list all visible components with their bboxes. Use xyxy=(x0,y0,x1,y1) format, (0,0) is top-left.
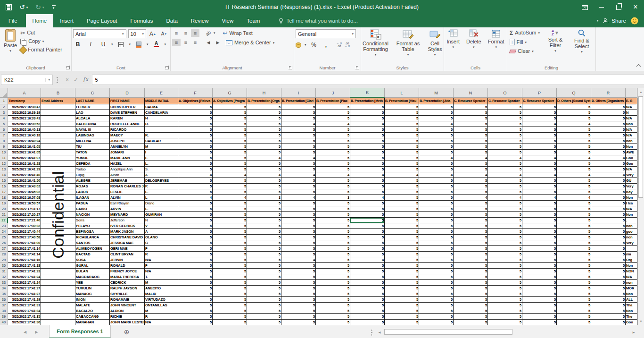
cell-H39[interactable]: 5 xyxy=(247,314,281,320)
cell-I26[interactable]: 5 xyxy=(281,240,316,246)
cell-K10[interactable]: 5 xyxy=(350,150,385,155)
cell-P8[interactable]: 5 xyxy=(522,138,557,144)
cell-K28[interactable]: 5 xyxy=(350,252,385,257)
comma-style-button[interactable]: , xyxy=(322,41,331,49)
cell-N12[interactable]: 5 xyxy=(454,161,488,167)
cell-H18[interactable]: 3 xyxy=(247,195,281,201)
new-sheet-button[interactable]: ⊕ xyxy=(124,328,130,336)
cell-O32[interactable]: 5 xyxy=(488,274,522,280)
cell-N32[interactable]: 5 xyxy=(454,274,488,280)
cell-C25[interactable]: RICABLANCA xyxy=(75,235,110,240)
cell-K36[interactable]: 5 xyxy=(350,297,385,303)
cell-E36[interactable]: VIRTUDAZO xyxy=(145,297,178,303)
cell-Q33[interactable]: 5 xyxy=(557,280,591,286)
row-header-28[interactable]: 28 xyxy=(0,252,8,257)
cell-P4[interactable]: 5 xyxy=(522,116,557,121)
cell-A20[interactable]: 5/25/2022 17:11:17 xyxy=(8,206,41,212)
cell-H11[interactable]: 4 xyxy=(247,155,281,161)
cell-E2[interactable]: CALMA xyxy=(145,104,178,110)
font-dialog-launcher[interactable] xyxy=(165,66,169,69)
cell-E16[interactable]: P. xyxy=(145,184,178,189)
cell-F9[interactable]: 5 xyxy=(178,144,213,150)
cell-A34[interactable]: 5/25/2022 17:41:27 xyxy=(8,286,41,291)
cell-P20[interactable]: 5 xyxy=(522,206,557,212)
cell-N15[interactable]: 5 xyxy=(454,178,488,184)
cell-F36[interactable]: 5 xyxy=(178,297,213,303)
cell-P22[interactable]: 5 xyxy=(522,218,557,223)
cell-H23[interactable]: 5 xyxy=(247,223,281,229)
cell-E6[interactable] xyxy=(145,127,178,133)
cell-Q21[interactable]: 5 xyxy=(557,212,591,218)
column-header-C[interactable]: C xyxy=(75,88,110,98)
column-header-P[interactable]: P xyxy=(522,88,557,98)
cell-C10[interactable]: TATON xyxy=(75,150,110,155)
cell-R13[interactable]: 5 xyxy=(591,167,626,172)
cell-Q16[interactable]: 5 xyxy=(557,184,591,189)
cell-F18[interactable]: 4 xyxy=(178,195,213,201)
cell-S34[interactable]: MOR xyxy=(626,286,637,291)
cell-O36[interactable]: 5 xyxy=(488,297,522,303)
row-header-13[interactable]: 13 xyxy=(0,167,8,172)
sheet-tab-form-responses-1[interactable]: Form Responses 1 xyxy=(49,325,110,338)
align-right-button[interactable]: ≡ xyxy=(191,39,199,46)
cell-G8[interactable]: 5 xyxy=(213,138,247,144)
cell-A35[interactable]: 5/25/2022 17:41:27 xyxy=(8,291,41,297)
cell-I8[interactable]: 5 xyxy=(281,138,316,144)
cell-J34[interactable]: 5 xyxy=(316,286,350,291)
cell-R22[interactable]: 5 xyxy=(591,218,626,223)
cell-N1[interactable]: C. Resource Speaker xyxy=(454,98,488,104)
cell-L8[interactable]: 5 xyxy=(385,138,419,144)
cell-I38[interactable]: 5 xyxy=(281,308,316,314)
cell-R15[interactable]: 5 xyxy=(591,178,626,184)
cell-N28[interactable]: 5 xyxy=(454,252,488,257)
cell-C5[interactable]: BALBEDINA xyxy=(75,121,110,127)
cell-K21[interactable]: 5 xyxy=(350,212,385,218)
cell-D9[interactable]: ANNIELYN xyxy=(110,144,145,150)
cell-C17[interactable]: LABOR xyxy=(75,189,110,195)
cell-P13[interactable]: 5 xyxy=(522,167,557,172)
cell-R23[interactable]: 5 xyxy=(591,223,626,229)
cell-O23[interactable]: 5 xyxy=(488,223,522,229)
cell-L10[interactable]: 5 xyxy=(385,150,419,155)
cell-M8[interactable]: 5 xyxy=(419,138,454,144)
scroll-left-arrow[interactable]: ◀ xyxy=(376,329,383,335)
cell-F25[interactable]: 5 xyxy=(178,235,213,240)
cell-A14[interactable]: 5/25/2022 16:41:40 xyxy=(8,172,41,178)
cell-L9[interactable]: 5 xyxy=(385,144,419,150)
cell-R5[interactable]: 5 xyxy=(591,121,626,127)
close-button[interactable]: × xyxy=(627,0,644,14)
row-header-17[interactable]: 17 xyxy=(0,189,8,195)
row-header-38[interactable]: 38 xyxy=(0,308,8,314)
cell-I1[interactable]: B. Presentation [Clari xyxy=(281,98,316,104)
cell-H28[interactable]: 5 xyxy=(247,252,281,257)
cell-K38[interactable]: 5 xyxy=(350,308,385,314)
cell-H12[interactable]: 5 xyxy=(247,161,281,167)
format-as-table-button[interactable]: Format as Table ▾ xyxy=(394,28,423,64)
cell-S30[interactable]: Non xyxy=(626,263,637,269)
cell-D21[interactable]: MEYNARD xyxy=(110,212,145,218)
find-select-button[interactable]: Find & Select ▾ xyxy=(570,28,594,64)
cell-B4[interactable] xyxy=(41,116,75,121)
row-header-16[interactable]: 16 xyxy=(0,184,8,189)
cell-I10[interactable]: 5 xyxy=(281,150,316,155)
cell-R11[interactable]: 4 xyxy=(591,155,626,161)
cell-S23[interactable]: non xyxy=(626,223,637,229)
cell-Q38[interactable]: 5 xyxy=(557,308,591,314)
cell-N29[interactable]: 5 xyxy=(454,257,488,263)
fill-color-button[interactable] xyxy=(134,40,143,49)
cell-L11[interactable]: 5 xyxy=(385,155,419,161)
cell-J9[interactable]: 5 xyxy=(316,144,350,150)
cell-S21[interactable]: Non xyxy=(626,212,637,218)
cell-H8[interactable]: 5 xyxy=(247,138,281,144)
cell-Q24[interactable]: 5 xyxy=(557,229,591,235)
cell-K12[interactable]: 5 xyxy=(350,161,385,167)
row-header-10[interactable]: 10 xyxy=(0,150,8,155)
cell-S33[interactable]: non xyxy=(626,280,637,286)
cell-M33[interactable]: 5 xyxy=(419,280,454,286)
cell-M9[interactable]: 5 xyxy=(419,144,454,150)
cell-F33[interactable]: 5 xyxy=(178,280,213,286)
cell-P40[interactable]: 5 xyxy=(522,320,557,325)
cell-B33[interactable] xyxy=(41,280,75,286)
row-header-34[interactable]: 34 xyxy=(0,286,8,291)
shrink-font-button[interactable]: A▼ xyxy=(159,30,169,38)
